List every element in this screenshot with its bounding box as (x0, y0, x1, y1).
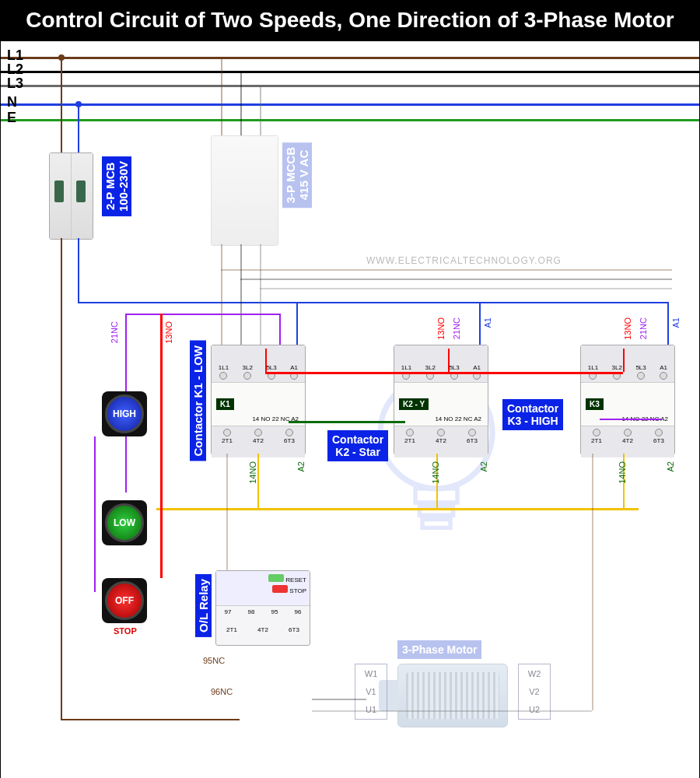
wire-m1 (226, 454, 228, 570)
motor-icon (397, 664, 508, 727)
wire-l1-mccb (221, 58, 222, 135)
k3-14no: 14NO (618, 461, 627, 484)
line-l2 (1, 71, 699, 73)
wire-3ph-l3d (260, 244, 261, 345)
line-l1 (1, 57, 699, 59)
wire-red-main (160, 314, 163, 578)
k1-a2: A2 (296, 461, 306, 471)
wire-blue-k2a1 (479, 302, 481, 345)
wire-blue-k1a1 (296, 302, 298, 345)
wire-brown-main (61, 238, 62, 720)
stop-label: STOP (114, 626, 137, 636)
wire-l1-mcb (61, 58, 62, 152)
k2-a2b: A2 (479, 461, 488, 471)
k3-21nc: 21NC (639, 317, 648, 339)
wire-blue-main (78, 238, 79, 302)
aux-21nc: 21NC (110, 321, 119, 343)
wire-blue-a1 (78, 302, 669, 303)
wire-l2-mccb (240, 72, 242, 135)
wire-3ph-l3h (260, 288, 672, 289)
wire-red-k3 (623, 349, 625, 372)
line-e (1, 119, 699, 121)
mccb-label: 3-P MCCB 415 V AC (282, 142, 312, 208)
button-high[interactable]: HIGH (102, 391, 147, 436)
contactor-k2: 1L13L25L3A1 K2 - Y 14 NO 22 NC A2 2T14T2… (394, 345, 488, 455)
line-n (1, 103, 699, 106)
k2-14no: 14NO (431, 461, 440, 484)
aux-96nc: 96NC (211, 687, 233, 696)
mcb-label: 2-P MCB 100-230V (102, 156, 131, 216)
motor-label: 3-Phase Motor (397, 640, 481, 659)
wire-purple-h2 (600, 419, 662, 420)
mcb-2p (49, 152, 93, 240)
wire-red-k1 (265, 349, 267, 372)
label-e: E (7, 110, 16, 126)
wire-m3 (312, 710, 592, 712)
wire-red-k2 (448, 349, 450, 372)
wire-red-interlock (265, 372, 623, 374)
k2-21nc: 21NC (452, 317, 461, 339)
mccb-3p (211, 135, 278, 246)
button-off[interactable]: OFF (102, 578, 147, 623)
wire-m4 (312, 699, 366, 700)
overload-relay: RESET STOP 97989596 2T14T26T3 (215, 570, 310, 646)
watermark: WWW.ELECTRICALTECHNOLOGY.ORG (366, 255, 562, 266)
page-title: Control Circuit of Two Speeds, One Direc… (0, 0, 700, 40)
label-n: N (7, 94, 17, 110)
wire-yellow-k1 (257, 454, 259, 508)
aux-13no: 13NO (164, 321, 173, 344)
wire-3ph-l1h (221, 269, 672, 271)
wire-purple-h1 (125, 314, 281, 315)
wire-3ph-l2h (240, 279, 672, 280)
wire-green-a2 (289, 421, 405, 423)
line-l3 (1, 85, 699, 87)
wire-blue-k3a1 (667, 302, 669, 345)
k3-a2: A2 (666, 461, 675, 471)
contactor-k3: 1L13L25L3A1 K3 14 NO 22 NC A2 2T14T26T3 (580, 345, 675, 455)
contactor-k1: 1L13L25L3A1 K1 14 NO 22 NC A2 2T14T26T3 (211, 345, 306, 455)
k1-14no: 14NO (248, 461, 257, 484)
k2-a1: A1 (483, 317, 492, 328)
wire-purple-btn (94, 436, 96, 592)
wire-l3-mccb (260, 86, 261, 135)
wire-purple-k1nc (279, 314, 281, 345)
wire-3ph-l2d (240, 244, 242, 345)
k2-label: Contactor K2 - Star (327, 430, 388, 461)
wire-yellow (156, 508, 639, 510)
label-l3: L3 (7, 75, 23, 92)
wire-n-mcb (78, 104, 79, 152)
k3-13no: 13NO (623, 317, 632, 340)
k1-label: Contactor K1 - LOW (190, 341, 206, 461)
k2-13no: 13NO (436, 317, 446, 340)
wire-3ph-l1d (221, 244, 222, 345)
wire-m2 (592, 454, 593, 710)
k3-label: Contactor K3 - HIGH (502, 399, 563, 430)
wire-brown-bottom (61, 719, 240, 720)
aux-95nc: 95NC (203, 656, 225, 665)
schematic-canvas: L1 L2 L3 N E 2-P MCB 100-230V 3-P MCCB 4… (0, 40, 700, 778)
k3-a1: A1 (671, 317, 681, 328)
button-low[interactable]: LOW (102, 500, 147, 545)
olr-label: O/L Relay (195, 574, 212, 637)
